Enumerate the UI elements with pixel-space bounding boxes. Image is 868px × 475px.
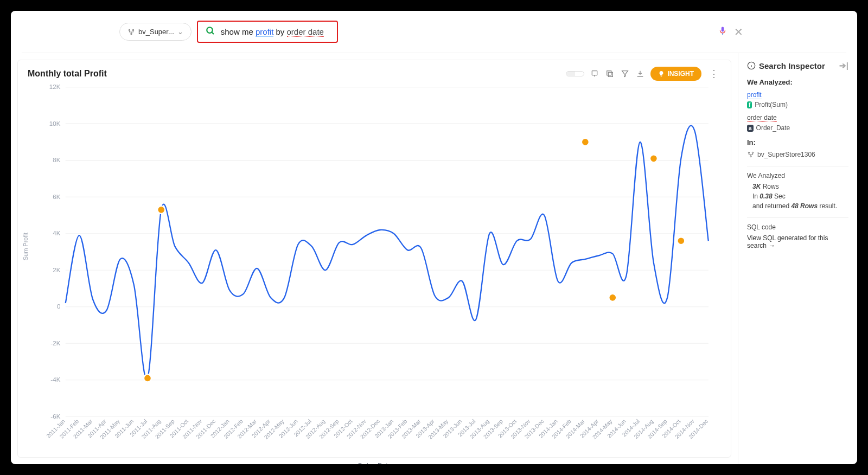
svg-point-90 <box>750 156 751 157</box>
analyzed-term-profit[interactable]: profit <box>747 91 762 99</box>
analyzed-term-orderdate-meta: aOrder_Date <box>747 124 848 132</box>
svg-point-0 <box>129 29 130 30</box>
svg-text:12K: 12K <box>49 83 61 90</box>
chart-header: Monthly total Profit INSIGHT ⋮ <box>28 67 721 81</box>
stats-block: We Analyzed 3K Rows In 0.38 Sec and retu… <box>747 166 848 210</box>
in-heading: In: <box>747 138 848 146</box>
search-inspector-panel: Search Inspector ➔| We Analyzed: profit … <box>738 53 857 464</box>
chart-title: Monthly total Profit <box>28 69 107 79</box>
analyzed-term-profit-meta: fProfit(Sum) <box>747 101 848 108</box>
main-area: Monthly total Profit INSIGHT ⋮ <box>11 53 857 464</box>
search-query-text: show me profit by order date <box>221 27 324 36</box>
search-icon <box>206 26 215 37</box>
analyzed-term-orderdate[interactable]: order date <box>747 114 777 122</box>
svg-point-81 <box>144 374 151 382</box>
chart-view-icon[interactable] <box>566 72 575 76</box>
sql-block: SQL code View SQL generated for this sea… <box>747 217 848 249</box>
chart-panel: Monthly total Profit INSIGHT ⋮ <box>17 60 731 458</box>
view-toggle[interactable] <box>566 71 584 76</box>
svg-text:-2K: -2K <box>50 339 60 346</box>
svg-text:0: 0 <box>57 303 61 310</box>
in-source[interactable]: bv_SuperStore1306 <box>747 151 848 158</box>
measure-badge-icon: f <box>747 101 752 108</box>
search-trailing-actions: ✕ <box>718 25 749 38</box>
svg-text:-6K: -6K <box>50 413 60 420</box>
pin-icon[interactable] <box>590 69 599 79</box>
svg-point-1 <box>132 29 133 30</box>
svg-rect-12 <box>607 71 611 75</box>
table-view-icon[interactable] <box>575 72 584 76</box>
view-sql-link[interactable]: View SQL generated for this search→ <box>747 234 848 249</box>
chevron-down-icon: ⌄ <box>177 28 183 36</box>
query-chip-profit: profit <box>256 27 273 37</box>
svg-point-2 <box>131 33 132 34</box>
svg-point-84 <box>609 294 616 301</box>
info-icon <box>747 61 756 70</box>
hierarchy-icon <box>747 151 755 158</box>
download-icon[interactable] <box>635 69 645 79</box>
svg-text:10K: 10K <box>49 120 61 127</box>
hierarchy-icon <box>127 28 135 36</box>
chart-body: Sum Profit -6K-4K-2K02K4K6K8K10K12K2011-… <box>28 81 721 461</box>
microphone-icon[interactable] <box>718 26 727 38</box>
svg-text:6K: 6K <box>53 193 60 200</box>
dataset-selector[interactable]: bv_Super... ⌄ <box>119 23 192 41</box>
svg-rect-11 <box>609 72 613 76</box>
search-bar-row: bv_Super... ⌄ show me profit by order da… <box>11 11 857 53</box>
insight-button[interactable]: INSIGHT <box>650 67 701 81</box>
copy-icon[interactable] <box>605 69 615 79</box>
inspector-header: Search Inspector ➔| <box>747 61 848 70</box>
more-menu-icon[interactable]: ⋮ <box>707 68 721 80</box>
analyzed-heading: We Analyzed: <box>747 78 848 86</box>
search-input[interactable]: show me profit by order date <box>197 21 338 43</box>
svg-point-82 <box>157 206 165 214</box>
chart-toolbar: INSIGHT ⋮ <box>566 67 721 81</box>
svg-rect-10 <box>592 71 597 75</box>
lightbulb-icon <box>658 70 665 77</box>
arrow-right-icon: → <box>769 242 775 249</box>
svg-text:8K: 8K <box>53 156 60 163</box>
attribute-badge-icon: a <box>747 125 754 132</box>
svg-point-83 <box>582 138 589 146</box>
filter-icon[interactable] <box>620 69 630 79</box>
clear-search-icon[interactable]: ✕ <box>734 25 743 38</box>
svg-point-86 <box>677 237 685 245</box>
svg-point-3 <box>207 27 213 33</box>
svg-text:4K: 4K <box>53 229 60 236</box>
svg-text:-4K: -4K <box>50 376 60 383</box>
collapse-panel-icon[interactable]: ➔| <box>839 61 848 70</box>
svg-point-89 <box>752 152 753 153</box>
x-axis-label: Order_Date <box>28 462 721 464</box>
svg-point-85 <box>650 155 658 162</box>
svg-point-88 <box>748 152 749 153</box>
app-frame: bv_Super... ⌄ show me profit by order da… <box>11 11 857 464</box>
query-chip-orderdate: order date <box>287 27 324 37</box>
y-axis-label: Sum Profit <box>22 232 29 260</box>
dataset-label: bv_Super... <box>138 28 174 36</box>
line-chart-svg[interactable]: -6K-4K-2K02K4K6K8K10K12K2011-Jan2011-Feb… <box>28 81 721 461</box>
svg-text:2K: 2K <box>53 266 60 273</box>
